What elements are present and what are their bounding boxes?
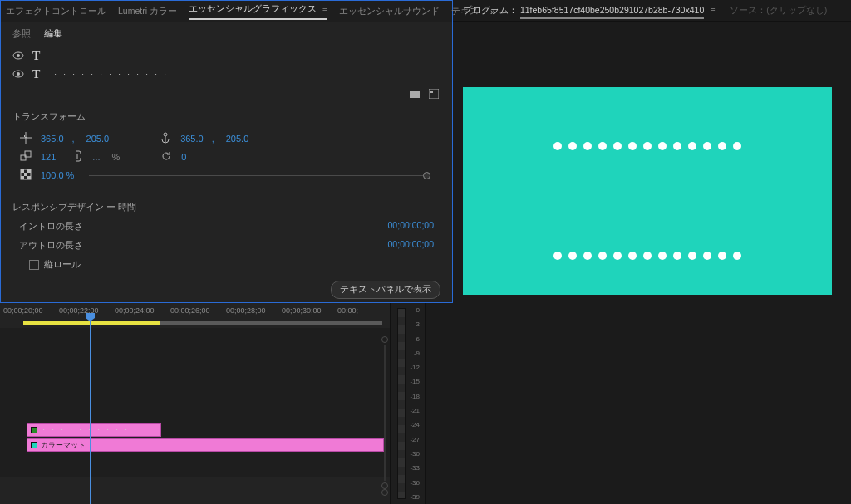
- tab-essential-graphics[interactable]: エッセンシャルグラフィックス ≡: [189, 3, 327, 20]
- text-layer-icon: T: [32, 68, 44, 81]
- anchor-icon: [159, 132, 172, 145]
- rotation-value[interactable]: 0: [181, 152, 186, 162]
- sub-tab-edit[interactable]: 編集: [44, 27, 62, 42]
- preview-dots-top: [553, 142, 741, 150]
- scrollbar-end-icon[interactable]: [381, 482, 388, 489]
- visibility-icon[interactable]: [12, 70, 24, 80]
- anchor-y[interactable]: 205.0: [226, 134, 249, 144]
- ruler-tc: 00;00;28;00: [223, 306, 278, 318]
- layer-name-1: ・・・・・・・・・・・・・: [52, 52, 171, 61]
- outro-length-label: アウトロの長さ: [19, 239, 83, 252]
- scrollbar-end-icon[interactable]: [381, 489, 388, 496]
- svg-rect-4: [429, 89, 439, 99]
- opacity-slider[interactable]: [89, 175, 427, 176]
- position-y[interactable]: 205.0: [86, 134, 110, 144]
- svg-rect-10: [21, 169, 24, 173]
- position-x[interactable]: 365.0: [41, 134, 64, 144]
- tab-text[interactable]: テキス: [451, 6, 479, 17]
- ruler-tc: 00;00;20;00: [0, 306, 56, 318]
- source-label[interactable]: ソース：(クリップなし): [730, 5, 827, 17]
- svg-rect-13: [21, 176, 24, 179]
- bottom-right-area: [426, 303, 851, 504]
- program-menu-icon[interactable]: ≡: [710, 5, 715, 15]
- meter-tick: -27: [410, 436, 420, 443]
- anchor-x[interactable]: 365.0: [180, 134, 204, 144]
- scale-icon: [19, 150, 32, 164]
- sub-tab-browse[interactable]: 参照: [12, 27, 31, 42]
- opacity-value[interactable]: 100.0 %: [41, 170, 74, 180]
- svg-rect-12: [24, 173, 27, 176]
- timeline-vscroll[interactable]: [381, 336, 388, 496]
- timeline-ruler[interactable]: 00;00;20;00 00;00;22;00 00;00;24;00 00;0…: [0, 303, 390, 318]
- svg-point-1: [17, 54, 20, 57]
- program-name[interactable]: 11feb65f8517cf40be250b291027b28b-730x410: [520, 5, 704, 19]
- clip-label: カラーマット: [41, 440, 86, 451]
- timeline-workarea[interactable]: [0, 318, 390, 328]
- folder-icon[interactable]: [409, 89, 421, 100]
- percent-label: %: [112, 152, 121, 162]
- visibility-icon[interactable]: [12, 51, 24, 61]
- graphics-clip[interactable]: ・・・・・・・・・・・: [27, 423, 161, 437]
- color-matte-clip[interactable]: カラーマット: [27, 438, 384, 452]
- audio-meters: 0 -3 -6 -9 -12 -15 -18 -21 -24 -27 -30 -…: [391, 303, 426, 504]
- rotation-icon: [160, 150, 173, 164]
- outro-length-value[interactable]: 00;00;00;00: [388, 239, 434, 252]
- show-in-text-panel-button[interactable]: テキストパネルで表示: [331, 281, 440, 299]
- svg-point-3: [17, 72, 20, 76]
- playhead[interactable]: [90, 313, 91, 504]
- workarea-bar[interactable]: [23, 321, 160, 325]
- panel-menu-icon[interactable]: ≡: [322, 3, 327, 13]
- meter-tick: -39: [410, 493, 420, 501]
- roll-label: 縦ロール: [44, 258, 81, 271]
- timeline-panel: 00;00;20;00 00;00;22;00 00;00;24;00 00;0…: [0, 303, 391, 504]
- preview-canvas: [463, 87, 832, 295]
- responsive-section-title: レスポンシブデザイン ー 時間: [12, 194, 440, 217]
- tab-essential-sound[interactable]: エッセンシャルサウンド: [339, 6, 440, 17]
- sub-tab-bar: 参照 編集: [1, 22, 452, 47]
- meter-tick: -12: [410, 364, 420, 371]
- new-layer-icon[interactable]: [429, 89, 439, 100]
- meter-tick: -24: [410, 421, 420, 428]
- clip-thumb-icon: [31, 427, 37, 433]
- scrollbar-end-icon[interactable]: [381, 336, 388, 343]
- panel-tab-bar: エフェクトコントロール Lumetri カラー エッセンシャルグラフィックス ≡…: [1, 1, 452, 22]
- intro-length-value[interactable]: 00;00;00;00: [388, 220, 434, 232]
- meter-tick: -15: [410, 378, 420, 385]
- tabs-overflow-icon[interactable]: »: [490, 7, 495, 17]
- clip-label: ・・・・・・・・・・・: [41, 426, 141, 434]
- roll-checkbox[interactable]: [29, 260, 39, 270]
- intro-length-label: イントロの長さ: [19, 220, 83, 232]
- link-icon[interactable]: [71, 150, 84, 164]
- layer-row-1[interactable]: T ・・・・・・・・・・・・・: [1, 47, 452, 66]
- svg-rect-14: [27, 176, 31, 179]
- scale-bar-rest: [160, 321, 382, 325]
- preview-dots-bottom: [553, 252, 741, 260]
- meter-bar: [397, 308, 406, 499]
- svg-rect-5: [430, 91, 433, 93]
- ruler-tc: 00;00;: [334, 306, 390, 318]
- scale-y[interactable]: ...: [92, 152, 100, 162]
- svg-rect-11: [27, 169, 31, 173]
- timeline-tracks[interactable]: ・・・・・・・・・・・ カラーマット: [0, 328, 390, 477]
- tab-lumetri[interactable]: Lumetri カラー: [118, 6, 177, 17]
- meter-tick: -9: [410, 350, 420, 357]
- scale-value[interactable]: 121: [41, 152, 56, 162]
- clip-thumb-icon: [31, 442, 37, 448]
- meter-tick: -36: [410, 479, 420, 487]
- layer-name-2: ・・・・・・・・・・・・・: [52, 71, 171, 79]
- meter-tick: -6: [410, 335, 420, 343]
- position-icon: [19, 132, 32, 145]
- opacity-icon: [19, 169, 32, 182]
- ruler-tc: 00;00;24;00: [111, 306, 167, 318]
- program-header: プログラム： 11feb65f8517cf40be250b291027b28b-…: [453, 0, 851, 22]
- meter-tick: -18: [410, 393, 420, 400]
- tab-effect-controls[interactable]: エフェクトコントロール: [6, 6, 106, 17]
- meter-tick: -30: [410, 450, 420, 458]
- tab-essential-graphics-label: エッセンシャルグラフィックス: [189, 3, 317, 13]
- meter-tick: -21: [410, 407, 420, 414]
- ruler-tc: 00;00;22;00: [56, 306, 111, 318]
- transform-section-title: トランスフォーム: [1, 104, 452, 126]
- layer-row-2[interactable]: T ・・・・・・・・・・・・・: [1, 66, 452, 84]
- slider-knob[interactable]: [423, 172, 430, 179]
- program-monitor[interactable]: [453, 22, 851, 303]
